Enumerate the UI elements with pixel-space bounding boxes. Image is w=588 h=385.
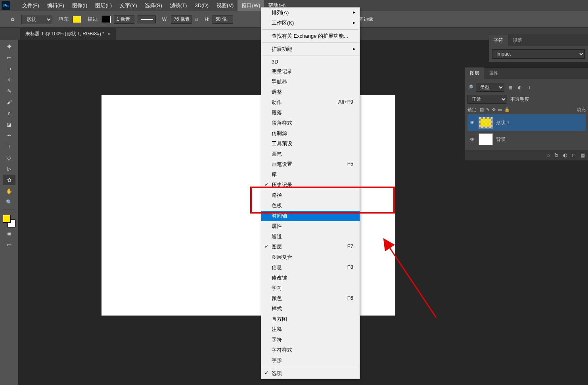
menu-编辑(E)[interactable]: 编辑(E): [43, 0, 68, 11]
menu-item-画笔设置[interactable]: 画笔设置F5: [261, 159, 360, 169]
menu-文字(Y)[interactable]: 文字(Y): [116, 0, 141, 11]
menu-item-选项[interactable]: ✓选项: [261, 368, 360, 379]
hand-tool[interactable]: ✋: [3, 186, 15, 196]
menu-item-工作区(K)[interactable]: 工作区(K)▸: [261, 18, 360, 28]
menu-item-色板[interactable]: 色板: [261, 200, 360, 211]
menu-item-调整[interactable]: 调整: [261, 87, 360, 97]
menu-item-导航器[interactable]: 导航器: [261, 77, 360, 87]
menu-图层(L)[interactable]: 图层(L): [91, 0, 116, 11]
menu-item-画笔[interactable]: 画笔: [261, 149, 360, 159]
menu-item-扩展功能[interactable]: 扩展功能▸: [261, 44, 360, 54]
layer-row[interactable]: 👁背景: [467, 131, 586, 148]
path-selection-tool[interactable]: ▷: [3, 164, 15, 174]
move-tool[interactable]: ✥: [3, 41, 15, 52]
height-input[interactable]: [213, 15, 233, 24]
menu-item-图层复合[interactable]: 图层复合: [261, 252, 360, 262]
lock-transparent-icon[interactable]: ▨: [480, 107, 484, 112]
foreground-background-swatch[interactable]: [3, 215, 15, 227]
menu-item-通道[interactable]: 通道: [261, 231, 360, 242]
lock-position-icon[interactable]: ✥: [492, 107, 496, 112]
lock-artboard-icon[interactable]: ▭: [498, 107, 502, 112]
menu-选择(S)[interactable]: 选择(S): [141, 0, 166, 11]
menu-item-历史记录[interactable]: ✓历史记录: [261, 180, 360, 190]
fill-swatch[interactable]: [73, 16, 81, 23]
menu-item-字符[interactable]: 字符: [261, 335, 360, 345]
menu-item-仿制源[interactable]: 仿制源: [261, 128, 360, 139]
menu-item-颜色[interactable]: 颜色F6: [261, 293, 360, 304]
brush-tool[interactable]: 🖌: [3, 97, 15, 107]
close-tab-icon[interactable]: ×: [107, 31, 110, 37]
width-input[interactable]: [171, 15, 192, 24]
menu-图像(I)[interactable]: 图像(I): [68, 0, 91, 11]
filter-pixel-icon[interactable]: ▦: [507, 84, 514, 91]
menu-item-时间轴[interactable]: 时间轴: [261, 211, 360, 221]
stroke-width-input[interactable]: [114, 15, 134, 24]
visibility-eye-icon[interactable]: 👁: [469, 137, 475, 142]
quick-mask-icon[interactable]: ◙: [3, 228, 15, 239]
filter-type-icon[interactable]: T: [526, 84, 533, 91]
marquee-tool[interactable]: ▭: [3, 52, 15, 63]
tab-paragraph[interactable]: 段落: [508, 35, 527, 46]
stroke-swatch[interactable]: [102, 16, 111, 23]
lock-brush-icon[interactable]: ✎: [486, 107, 490, 112]
menu-视图(V)[interactable]: 视图(V): [213, 0, 237, 11]
layer-thumbnail[interactable]: [479, 117, 493, 129]
custom-shape-tool[interactable]: ✿: [3, 175, 15, 185]
layer-row[interactable]: 👁形状 1: [467, 114, 586, 131]
menu-item-动作[interactable]: 动作Alt+F9: [261, 97, 360, 108]
eraser-tool[interactable]: ◪: [3, 119, 15, 129]
type-tool[interactable]: T: [3, 141, 15, 152]
filter-search-icon[interactable]: 🔎: [467, 85, 473, 90]
blend-mode-select[interactable]: 正常: [467, 95, 507, 104]
screen-mode-icon[interactable]: ▭: [3, 239, 15, 250]
layer-bottom-icon[interactable]: ⌕: [547, 152, 550, 158]
menu-item-属性[interactable]: 属性: [261, 221, 360, 231]
layer-thumbnail[interactable]: [479, 133, 493, 145]
menu-滤镜(T)[interactable]: 滤镜(T): [166, 0, 191, 11]
menu-item-修改键[interactable]: 修改键: [261, 273, 360, 283]
menu-item-库[interactable]: 库: [261, 169, 360, 180]
tab-layers[interactable]: 图层: [465, 67, 484, 79]
menu-item-直方图[interactable]: 直方图: [261, 314, 360, 324]
menu-item-3D[interactable]: 3D: [261, 57, 360, 66]
menu-item-样式[interactable]: 样式: [261, 304, 360, 314]
menu-item-学习[interactable]: 学习: [261, 283, 360, 293]
menu-窗口(W)[interactable]: 窗口(W): [237, 0, 264, 11]
menu-item-段落[interactable]: 段落: [261, 108, 360, 118]
filter-adjust-icon[interactable]: ◐: [516, 84, 523, 91]
font-family-select[interactable]: Impact: [492, 49, 585, 59]
menu-文件(F)[interactable]: 文件(F): [18, 0, 43, 11]
menu-item-路径[interactable]: 路径: [261, 190, 360, 200]
menu-3D(D)[interactable]: 3D(D): [191, 0, 213, 11]
pen-tool[interactable]: ✒: [3, 130, 15, 141]
menu-item-字形[interactable]: 字形: [261, 355, 360, 366]
visibility-eye-icon[interactable]: 👁: [469, 120, 475, 125]
menu-item-排列(A)[interactable]: 排列(A)▸: [261, 8, 360, 18]
menu-item-字符样式[interactable]: 字符样式: [261, 345, 360, 355]
layer-bottom-icon[interactable]: ◐: [563, 152, 567, 158]
tab-properties[interactable]: 属性: [484, 67, 503, 79]
magic-wand-tool[interactable]: ✧: [3, 75, 15, 85]
menu-item-工具预设[interactable]: 工具预设: [261, 139, 360, 149]
tool-mode-select[interactable]: 形状: [21, 15, 52, 24]
menu-item-信息[interactable]: 信息F8: [261, 262, 360, 273]
layer-filter-select[interactable]: 类型: [476, 83, 504, 92]
menu-item-段落样式[interactable]: 段落样式: [261, 118, 360, 128]
layer-bottom-icon[interactable]: ◻: [572, 152, 576, 158]
menu-item-查找有关 Exchange 的扩展功能...[interactable]: 查找有关 Exchange 的扩展功能...: [261, 31, 360, 41]
stroke-style-select[interactable]: [138, 15, 156, 23]
lasso-tool[interactable]: ⊃: [3, 64, 15, 74]
menu-item-图层[interactable]: ✓图层F7: [261, 242, 360, 252]
clone-stamp-tool[interactable]: ⩍: [3, 108, 15, 118]
layer-bottom-icon[interactable]: fx: [555, 152, 558, 158]
link-wh-icon[interactable]: ⧉: [195, 17, 198, 22]
lock-all-icon[interactable]: 🔒: [504, 107, 510, 112]
menu-item-注释[interactable]: 注释: [261, 324, 360, 335]
shape-tool[interactable]: ◇: [3, 152, 15, 163]
eyedropper-tool[interactable]: ✎: [3, 86, 15, 96]
menu-item-测量记录[interactable]: 测量记录: [261, 66, 360, 77]
zoom-tool[interactable]: 🔍: [3, 197, 15, 207]
layer-bottom-icon[interactable]: ▦: [580, 152, 585, 158]
tab-character[interactable]: 字符: [489, 35, 508, 46]
document-tab[interactable]: 未标题-1 @ 100% (形状 1, RGB/8#) * ×: [20, 28, 116, 40]
